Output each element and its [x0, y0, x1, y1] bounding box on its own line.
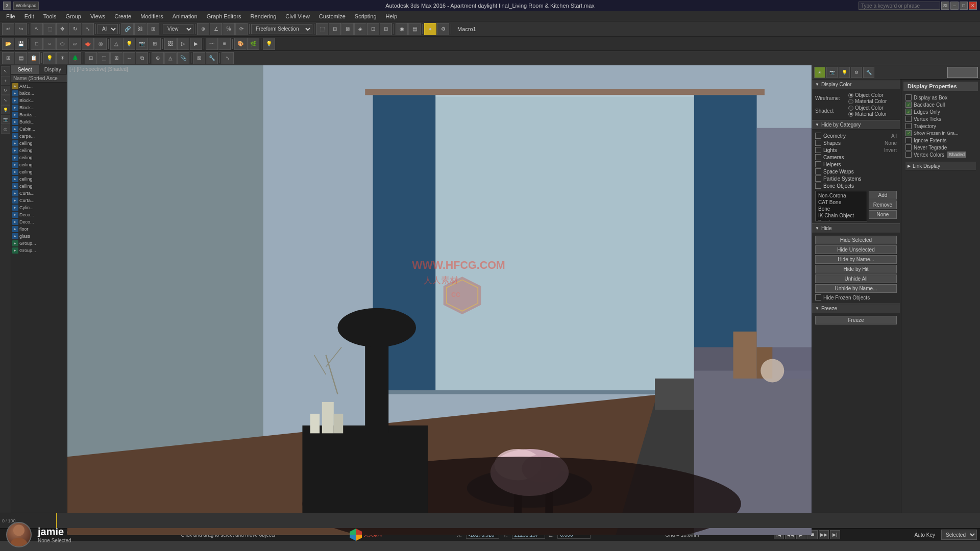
layer-explorer-btn[interactable]: ▤ — [15, 52, 27, 64]
freeze-section-header[interactable]: ▼ Freeze — [812, 304, 900, 313]
align-btn[interactable]: ⊟ — [329, 23, 341, 35]
freeze-btn[interactable]: Freeze — [815, 316, 897, 324]
select-btn[interactable]: ↖ — [31, 23, 43, 35]
lmt-scale[interactable]: ⤡ — [1, 95, 10, 105]
add-btn[interactable]: Add — [869, 191, 897, 199]
ec-traj-check[interactable] — [905, 123, 912, 129]
lights-btn[interactable]: 💡 — [123, 38, 135, 50]
hide-by-name-btn[interactable]: Hide by Name... — [815, 255, 897, 264]
dope-sheet-btn[interactable]: ≡ — [218, 38, 231, 50]
box-btn[interactable]: □ — [31, 38, 43, 50]
render-btn[interactable]: ▷ — [177, 38, 189, 50]
select-filter[interactable]: All — [97, 24, 118, 34]
scene-item[interactable]: ▸ceiling — [11, 140, 67, 147]
render-setup-btn[interactable]: 🖼 — [164, 38, 177, 50]
open-btn[interactable]: 📂 — [2, 38, 14, 50]
ec-edges-check[interactable] — [905, 109, 912, 115]
curve-editor-btn[interactable]: 〰 — [206, 38, 218, 50]
hide-by-category-header[interactable]: ▼ Hide by Category — [812, 120, 900, 130]
percent-snap-btn[interactable]: % — [223, 23, 235, 35]
workspace-selector[interactable] — [13, 2, 39, 10]
maximize-btn[interactable]: □ — [960, 2, 968, 10]
lmt-light[interactable]: 💡 — [1, 105, 10, 114]
category-listbox[interactable]: Non-Corona CAT Bone Bone IK Chain Object… — [815, 191, 867, 221]
scene-item[interactable]: ▸Cylin... — [11, 204, 67, 211]
shapes-btn[interactable]: △ — [110, 38, 122, 50]
select-region-btn[interactable]: ⬚ — [43, 23, 56, 35]
hide-unselected-btn[interactable]: Hide Unselected — [815, 245, 897, 254]
rp-camera-btn[interactable]: 📷 — [826, 67, 838, 78]
torus-btn[interactable]: ◎ — [94, 38, 107, 50]
ec-vertex-check[interactable] — [905, 116, 912, 122]
sun-btn[interactable]: ☀ — [56, 52, 68, 64]
view-selector[interactable]: View — [163, 24, 193, 34]
cat-lights-check[interactable] — [815, 147, 821, 153]
link-btn[interactable]: 🔗 — [121, 23, 134, 35]
scene-item[interactable]: ▸Buildi... — [11, 118, 67, 126]
teapot-btn[interactable]: 🫖 — [82, 38, 94, 50]
menu-item-views[interactable]: Views — [86, 11, 109, 21]
scene-item[interactable]: ▸Curta... — [11, 197, 67, 204]
listbox-ik-chain[interactable]: IK Chain Object — [817, 212, 866, 219]
menu-item-help[interactable]: Help — [382, 11, 402, 21]
scene-item[interactable]: ▸ceiling — [11, 176, 67, 183]
menu-item-customize[interactable]: Customize — [315, 11, 350, 21]
cat-helpers-check[interactable] — [815, 161, 821, 167]
next-key-btn[interactable]: ▶▶ — [819, 530, 829, 539]
env-btn[interactable]: 🌿 — [247, 38, 259, 50]
ec-never-check[interactable] — [905, 144, 912, 151]
rotate-btn[interactable]: ↻ — [69, 23, 81, 35]
menu-item-file[interactable]: File — [2, 11, 19, 21]
hide-selected-btn[interactable]: Hide Selected — [815, 236, 897, 244]
lmt-rotate[interactable]: ↻ — [1, 86, 10, 95]
hide-section-header[interactable]: ▼ Hide — [812, 223, 900, 233]
scene-item[interactable]: ▸ceiling — [11, 183, 67, 190]
align2-btn[interactable]: ⊟ — [85, 52, 97, 64]
snap-toggle-btn[interactable]: ⊕ — [197, 23, 209, 35]
redo-btn[interactable]: ↪ — [15, 23, 27, 35]
env2-btn[interactable]: 🌲 — [69, 52, 81, 64]
shaded-object-color[interactable]: Object Color — [848, 105, 887, 111]
spinner-snap-btn[interactable]: ⟳ — [235, 23, 248, 35]
plane-btn[interactable]: ▱ — [69, 38, 81, 50]
wireframe-material-color[interactable]: Material Color — [848, 98, 887, 104]
cat-spacewarps-check[interactable] — [815, 168, 821, 174]
scene-item[interactable]: ▸Deco... — [11, 218, 67, 226]
rp-util-btn[interactable]: 🔧 — [863, 67, 874, 78]
scene-item[interactable]: ▸ceiling — [11, 154, 67, 161]
selection-dropdown[interactable]: Freeform Selection — [251, 24, 312, 34]
next-frame-btn[interactable]: ▶| — [830, 530, 840, 539]
clone-btn[interactable]: ⧉ — [136, 52, 148, 64]
scene-item[interactable]: ▸Group... — [11, 240, 67, 247]
scene-item[interactable]: ▸Group... — [11, 247, 67, 254]
align-camera-btn[interactable]: ⊡ — [367, 23, 379, 35]
attach-btn[interactable]: 📎 — [177, 52, 189, 64]
close-btn[interactable]: ✕ — [969, 2, 977, 10]
lmt-move[interactable]: + — [1, 76, 10, 85]
scale-btn[interactable]: ⤡ — [82, 23, 94, 35]
ec-display-box-check[interactable] — [905, 94, 912, 101]
helpers-btn[interactable]: ⊞ — [149, 38, 161, 50]
listbox-cat-bone[interactable]: CAT Bone — [817, 199, 866, 206]
scene-item[interactable]: ▸ceiling — [11, 168, 67, 176]
spacing-btn[interactable]: ↔ — [123, 52, 135, 64]
cat-shapes-check[interactable] — [815, 140, 821, 146]
place-highlight-btn[interactable]: ◈ — [354, 23, 366, 35]
ec-frozen-check[interactable] — [905, 130, 912, 136]
listbox-point[interactable]: Point — [817, 219, 866, 221]
menu-item-tools[interactable]: Tools — [39, 11, 61, 21]
menu-item-create[interactable]: Create — [110, 11, 135, 21]
rp-light-btn[interactable]: 💡 — [839, 67, 850, 78]
rp-display-btn[interactable]: ☀ — [814, 67, 825, 78]
menu-item-civil-view[interactable]: Civil View — [281, 11, 313, 21]
mirror2-btn[interactable]: ⬚ — [97, 52, 110, 64]
lmt-camera[interactable]: 📷 — [1, 115, 10, 124]
align-view-btn[interactable]: ⊟ — [380, 23, 392, 35]
tab-select[interactable]: Select — [11, 65, 39, 74]
ec-vtxcol-check[interactable] — [905, 152, 912, 158]
manage-scene-btn[interactable]: 📋 — [28, 52, 40, 64]
cat-bones-check[interactable] — [815, 183, 821, 189]
light-toggle-btn[interactable]: 💡 — [43, 52, 56, 64]
current-btn[interactable]: ● — [424, 23, 436, 35]
unhide-all-btn[interactable]: Unhide All — [815, 274, 897, 283]
